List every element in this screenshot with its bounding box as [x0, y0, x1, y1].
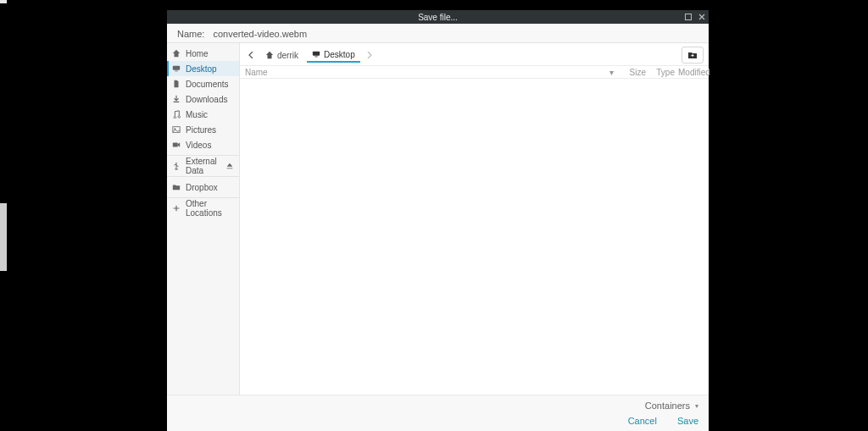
- sidebar-item-dropbox[interactable]: Dropbox: [167, 180, 239, 195]
- sidebar-item-documents[interactable]: Documents: [167, 76, 239, 91]
- svg-rect-5: [173, 143, 178, 147]
- file-chooser-main: derrik Desktop Name ▾: [240, 43, 709, 395]
- svg-rect-3: [173, 127, 180, 133]
- new-folder-button[interactable]: [682, 47, 704, 64]
- sidebar-item-label: Documents: [186, 80, 229, 89]
- column-modified[interactable]: Modified: [675, 68, 704, 77]
- sidebar-item-label: Dropbox: [186, 183, 218, 192]
- usb-icon: [172, 162, 181, 170]
- picture-icon: [172, 125, 181, 134]
- sidebar-item-home[interactable]: Home: [167, 46, 239, 61]
- maximize-button[interactable]: [683, 12, 693, 22]
- close-button[interactable]: [697, 12, 707, 22]
- plus-icon: [172, 204, 181, 213]
- sort-indicator-icon[interactable]: ▾: [605, 68, 617, 77]
- folder-icon: [172, 183, 181, 191]
- sidebar-item-label: Videos: [186, 141, 211, 150]
- breadcrumb-desktop[interactable]: Desktop: [307, 48, 360, 63]
- home-icon: [265, 51, 274, 59]
- sidebar-item-music[interactable]: Music: [167, 107, 239, 122]
- column-type[interactable]: Type: [646, 68, 675, 77]
- filename-label: Name:: [177, 29, 204, 39]
- file-type-filter[interactable]: Containers ▾: [177, 401, 698, 411]
- sidebar-item-downloads[interactable]: Downloads: [167, 91, 239, 107]
- eject-icon[interactable]: [225, 162, 234, 170]
- dialog-titlebar: Save file...: [167, 10, 709, 24]
- sidebar-item-other-locations[interactable]: Other Locations: [167, 201, 239, 216]
- sidebar-item-label: Pictures: [186, 125, 216, 135]
- sidebar-separator: [167, 176, 239, 177]
- sidebar-item-label: Other Locations: [186, 199, 234, 218]
- svg-rect-0: [686, 14, 692, 20]
- close-icon: [698, 14, 705, 20]
- save-file-dialog: Save file... Name: Home: [167, 10, 709, 431]
- maximize-icon: [685, 14, 692, 20]
- chevron-right-icon: [367, 52, 372, 58]
- chevron-down-icon: ▾: [695, 402, 698, 410]
- background-sliver-mid: [0, 203, 7, 271]
- sidebar-item-label: Desktop: [186, 64, 217, 74]
- doc-icon: [172, 80, 181, 88]
- home-icon: [172, 49, 181, 58]
- sidebar-item-label: Home: [186, 49, 209, 58]
- file-list-columns-header: Name ▾ Size Type Modified: [240, 65, 709, 79]
- screen-icon: [312, 50, 320, 58]
- cancel-button[interactable]: Cancel: [628, 416, 657, 426]
- breadcrumb-label: Desktop: [324, 50, 355, 59]
- music-icon: [172, 110, 181, 119]
- sidebar-item-videos[interactable]: Videos: [167, 137, 239, 152]
- background-sliver: [0, 0, 7, 431]
- file-list[interactable]: [240, 79, 709, 395]
- dialog-body: Home Desktop Documents Downloads: [167, 43, 709, 395]
- save-button[interactable]: Save: [677, 416, 698, 426]
- background-sliver-top: [0, 0, 7, 3]
- svg-rect-7: [314, 57, 317, 58]
- sidebar-separator: [167, 197, 239, 198]
- sidebar-item-label: Music: [186, 110, 208, 119]
- screen-icon: [172, 64, 181, 73]
- sidebar-separator: [167, 155, 239, 156]
- nav-forward-button[interactable]: [364, 47, 376, 63]
- dialog-action-buttons: Cancel Save: [177, 416, 698, 426]
- filename-row: Name:: [167, 24, 709, 43]
- column-size[interactable]: Size: [617, 68, 646, 77]
- video-icon: [172, 141, 181, 149]
- sidebar-item-pictures[interactable]: Pictures: [167, 122, 239, 137]
- column-name[interactable]: Name: [245, 68, 605, 77]
- chevron-left-icon: [248, 52, 253, 58]
- places-sidebar: Home Desktop Documents Downloads: [167, 43, 240, 395]
- filter-label: Containers: [645, 401, 690, 411]
- breadcrumb-label: derrik: [277, 51, 298, 60]
- download-icon: [172, 95, 181, 103]
- sidebar-item-label: External Data: [186, 157, 220, 175]
- sidebar-item-external-data[interactable]: External Data: [167, 158, 239, 174]
- new-folder-icon: [687, 51, 698, 59]
- window-controls: [683, 10, 707, 24]
- nav-back-button[interactable]: [245, 47, 257, 63]
- svg-rect-1: [173, 66, 180, 70]
- pathbar: derrik Desktop: [240, 43, 709, 65]
- sidebar-item-desktop[interactable]: Desktop: [167, 61, 239, 76]
- svg-rect-6: [313, 52, 320, 56]
- dialog-title: Save file...: [167, 13, 709, 22]
- dialog-footer: Containers ▾ Cancel Save: [167, 395, 709, 431]
- filename-input[interactable]: [213, 29, 698, 39]
- breadcrumb-home[interactable]: derrik: [260, 49, 303, 62]
- sidebar-item-label: Downloads: [186, 95, 227, 104]
- svg-rect-2: [175, 71, 177, 72]
